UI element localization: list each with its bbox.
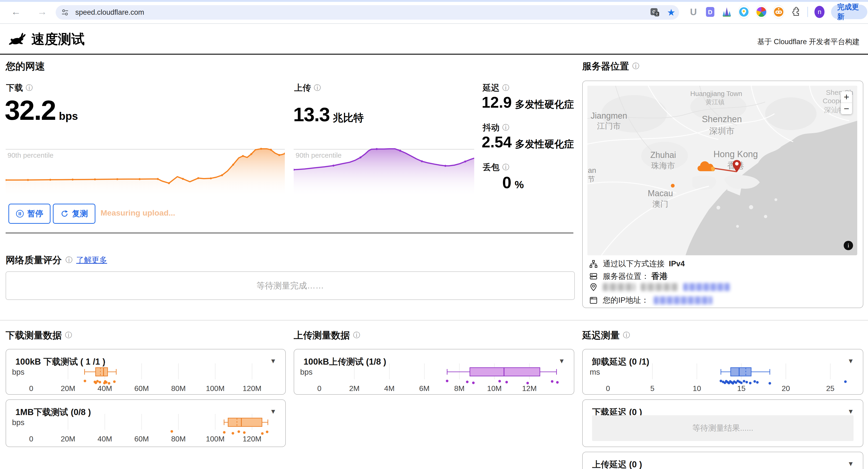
extension-robot-icon[interactable] xyxy=(773,5,784,19)
translate-icon[interactable]: G 文 xyxy=(649,6,661,19)
connect-label: 通过以下方式连接 xyxy=(603,259,664,268)
extension-pin-icon[interactable] xyxy=(739,5,749,19)
upload-value-row: 13.3 兆比特 xyxy=(293,103,364,126)
quality-waiting-text: 等待测量完成…… xyxy=(256,280,324,292)
pause-button[interactable]: 暂停 xyxy=(8,204,51,224)
extensions-puzzle-icon[interactable] xyxy=(790,6,801,18)
site-settings-icon[interactable] xyxy=(59,6,71,19)
card-lat-upload-caret-icon[interactable]: ▼ xyxy=(847,460,854,468)
card-lat-upload-title[interactable]: 上传延迟 (0 ) xyxy=(592,459,642,469)
latency-measurements-info-icon[interactable]: ⓘ xyxy=(623,331,630,340)
extension-colorwheel-icon[interactable] xyxy=(756,5,767,19)
card-lat-unloaded: 卸载延迟 (0 /1) ▼ 0510152025ms xyxy=(582,349,863,395)
upload-measurements-title: 上传测量数据 xyxy=(294,329,350,342)
profile-avatar[interactable]: n xyxy=(814,6,825,18)
svg-text:80M: 80M xyxy=(171,435,186,443)
svg-text:60M: 60M xyxy=(134,435,149,443)
svg-text:40M: 40M xyxy=(97,384,112,393)
server-title: 服务器位置 xyxy=(582,60,629,73)
redacted-ip xyxy=(654,296,712,304)
svg-text:20M: 20M xyxy=(61,435,75,443)
svg-text:100M: 100M xyxy=(206,384,224,393)
redacted-region-1 xyxy=(603,283,636,291)
server-info-icon[interactable]: ⓘ xyxy=(632,61,639,71)
back-icon[interactable]: ← xyxy=(9,6,23,17)
latency-info-icon[interactable]: ⓘ xyxy=(502,83,509,93)
cloudflare-server-marker[interactable] xyxy=(697,161,717,174)
map-label-huangjiang-zh: 黄江镇 xyxy=(706,98,725,106)
upload-info-icon[interactable]: ⓘ xyxy=(314,83,321,93)
section-your-speed-title: 您的网速 xyxy=(6,60,45,73)
card-lat-download: 下载延迟 (0 ) ▼ 等待测量结果...... xyxy=(582,399,863,447)
server-icon xyxy=(589,272,598,280)
extension-tower-icon[interactable] xyxy=(722,6,732,18)
card-lat-unloaded-plot: 0510152025ms xyxy=(583,363,863,393)
learn-more-link[interactable]: 了解更多 xyxy=(76,255,107,265)
jitter-label-row: 抖动 ⓘ xyxy=(483,122,509,133)
upload-label: 上传 xyxy=(294,82,311,94)
download-info-icon[interactable]: ⓘ xyxy=(26,83,33,93)
card-ul-100kb: 100kB上传测试 (1/8 ) ▼ 02M4M6M8M10M12Mbps xyxy=(294,349,574,395)
map-label-macau-zh: 澳门 xyxy=(652,199,668,209)
upload-value: 13.3 xyxy=(293,103,330,126)
client-ip-row: 您的IP地址： xyxy=(589,295,712,305)
client-ip-label: 您的IP地址： xyxy=(603,295,649,305)
left-divider xyxy=(6,233,574,233)
svg-text:8M: 8M xyxy=(454,384,464,393)
extension-d-icon[interactable]: D xyxy=(705,6,715,18)
extension-u-icon[interactable]: U xyxy=(688,6,699,18)
svg-text:4M: 4M xyxy=(384,384,395,393)
jitter-info-icon[interactable]: ⓘ xyxy=(502,123,509,132)
zoom-in-button[interactable]: + xyxy=(841,91,852,103)
retest-button[interactable]: 复测 xyxy=(53,204,95,224)
map-label-shenzhen-en: Shenzhen xyxy=(702,114,742,124)
upload-label-row: 上传 ⓘ xyxy=(294,82,321,94)
svg-text:0: 0 xyxy=(29,384,33,393)
jitter-value: 2.54 xyxy=(482,133,512,151)
page-divider xyxy=(0,320,868,321)
url-bar[interactable]: speed.cloudflare.com G 文 ★ xyxy=(56,5,679,20)
loss-info-icon[interactable]: ⓘ xyxy=(502,163,509,172)
card-lat-download-caret-icon[interactable]: ▼ xyxy=(847,408,854,415)
map-label-zhuhai-zh: 珠海市 xyxy=(651,161,675,171)
server-location-row: 服务器位置： 香港 xyxy=(589,271,668,282)
url-text[interactable]: speed.cloudflare.com xyxy=(75,8,144,16)
map-base xyxy=(587,86,857,255)
server-location-value: 香港 xyxy=(651,271,668,280)
upload-measurements-info-icon[interactable]: ⓘ xyxy=(353,331,360,340)
loss-value-row: 0 % xyxy=(502,173,524,192)
svg-text:bps: bps xyxy=(12,418,24,427)
loss-unit: % xyxy=(515,179,524,191)
quality-title: 网络质量评分 xyxy=(6,254,62,267)
latency-label-row: 延迟 ⓘ xyxy=(483,82,509,94)
map-label-edge2: 节 xyxy=(588,174,595,184)
svg-text:ms: ms xyxy=(590,368,600,376)
bookmark-star-icon[interactable]: ★ xyxy=(667,7,675,18)
server-title-row: 服务器位置 ⓘ xyxy=(582,60,639,73)
svg-text:40M: 40M xyxy=(97,435,112,443)
zoom-out-button[interactable]: − xyxy=(841,103,852,114)
svg-text:bps: bps xyxy=(12,368,24,376)
quality-info-icon[interactable]: ⓘ xyxy=(65,255,72,265)
chrome-update-button[interactable]: 完成更新 xyxy=(831,5,867,19)
connect-value: IPv4 xyxy=(669,259,685,268)
client-pin-marker[interactable] xyxy=(731,160,743,174)
latency-unit: 多发性硬化症 xyxy=(515,98,574,111)
card-lat-upload: 上传延迟 (0 ) ▼ xyxy=(582,452,863,469)
map-label-zhuhai-en: Zhuhai xyxy=(650,150,676,160)
card-dl-100kb-plot: 020M40M60M80M100M120Mbps xyxy=(6,363,285,393)
toolbar-divider xyxy=(807,7,808,17)
pin-outline-icon xyxy=(589,283,598,291)
latency-value-row: 12.9 多发性硬化症 xyxy=(482,93,574,111)
map-zoom-control: + − xyxy=(841,91,852,114)
download-measurements-title: 下载测量数据 xyxy=(6,329,62,342)
forward-icon[interactable]: → xyxy=(35,6,49,17)
retest-button-label: 复测 xyxy=(72,208,88,219)
map-attribution-info-button[interactable]: i xyxy=(844,241,853,250)
map-label-hongkong-en: Hong Kong xyxy=(713,149,758,159)
svg-text:90th percentile: 90th percentile xyxy=(7,152,54,159)
svg-text:120M: 120M xyxy=(243,384,261,393)
download-measurements-info-icon[interactable]: ⓘ xyxy=(65,331,72,340)
map[interactable]: Huangjiang Town 黄江镇 Jiangmen 江门市 Shenzhe… xyxy=(587,86,857,255)
map-label-jiangmen-en: Jiangmen xyxy=(591,111,627,121)
